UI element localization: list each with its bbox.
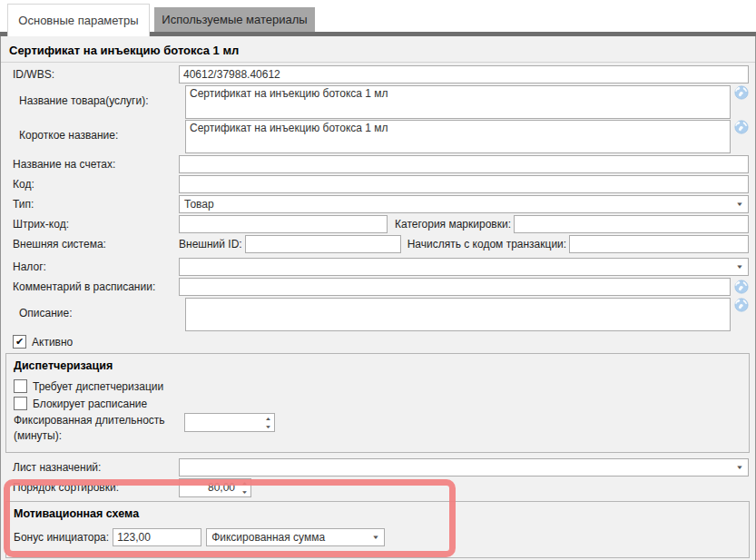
row-type: Тип: Товар ▼	[1, 195, 749, 213]
marking-category-label: Категория маркировки:	[395, 218, 511, 231]
assignment-sheet-label: Лист назначений:	[1, 461, 179, 474]
row-id-wbs: ID/WBS:	[1, 65, 749, 84]
tab-bar: Основные параметры Используемые материал…	[0, 0, 756, 36]
spin-down-icon[interactable]: ▼	[259, 423, 278, 432]
initiator-bonus-input[interactable]	[113, 528, 201, 546]
assignment-sheet-dropdown[interactable]: ▼	[179, 458, 749, 476]
row-requires-dispatch: Требует диспетчеризации	[6, 379, 749, 393]
code-label: Код:	[1, 178, 179, 191]
row-short-name: Короткое название: Сертификат на инъекци…	[7, 120, 749, 153]
schedule-comment-input[interactable]	[179, 278, 731, 296]
type-label: Тип:	[1, 198, 179, 211]
schedule-comment-label: Комментарий в расписании:	[1, 280, 179, 293]
type-dropdown-value: Товар	[184, 198, 214, 211]
chevron-down-icon: ▼	[736, 464, 744, 469]
globe-icon[interactable]	[734, 120, 749, 134]
scheme-type-dropdown[interactable]: Фиксированная сумма ▼	[206, 528, 385, 546]
chevron-down-icon: ▼	[372, 534, 380, 539]
short-name-label: Короткое название:	[7, 120, 185, 142]
requires-dispatch-checkbox[interactable]	[14, 379, 27, 393]
product-name-textarea[interactable]: Сертификат на инъекцию ботокса 1 мл	[185, 85, 731, 119]
page-title: Сертификат на инъекцию ботокса 1 мл	[1, 36, 755, 63]
barcode-label: Штрих-код:	[1, 218, 179, 231]
blocks-schedule-checkbox[interactable]	[14, 397, 27, 410]
barcode-input[interactable]	[179, 215, 388, 233]
row-tax: Налог: ▼	[1, 258, 749, 276]
row-external-system: Внешняя система: Внешний ID: Начислять с…	[1, 235, 749, 253]
motivation-groupbox: Мотивационная схема Бонус инициатора: Фи…	[5, 501, 750, 558]
row-barcode: Штрих-код: Категория маркировки:	[1, 215, 749, 233]
transaction-code-input[interactable]	[569, 235, 749, 253]
external-id-input[interactable]	[245, 235, 401, 253]
code-input[interactable]	[179, 175, 749, 193]
id-wbs-label: ID/WBS:	[1, 68, 179, 81]
row-blocks-schedule: Блокирует расписание	[6, 397, 749, 410]
tax-label: Налог:	[1, 260, 179, 273]
stepper-buttons: ▲ ▼	[262, 414, 274, 431]
short-name-textarea[interactable]: Сертификат на инъекцию ботокса 1 мл	[185, 120, 731, 153]
row-schedule-comment: Комментарий в расписании:	[1, 278, 749, 296]
globe-icon[interactable]	[734, 85, 749, 100]
fixed-duration-label: Фиксированная длительность (минуты):	[14, 413, 184, 444]
stepper-buttons: ▲ ▼	[239, 479, 250, 496]
transaction-code-label: Начислять с кодом транзакции:	[407, 238, 567, 251]
requires-dispatch-label: Требует диспетчеризации	[33, 380, 163, 393]
chevron-down-icon: ▼	[736, 201, 744, 207]
active-checkbox[interactable]: ✔	[13, 335, 26, 349]
row-account-name: Название на счетах:	[1, 155, 749, 173]
tax-dropdown[interactable]: ▼	[179, 258, 749, 276]
description-label: Описание:	[7, 298, 185, 319]
dispatch-groupbox: Диспетчеризация Требует диспетчеризации …	[5, 353, 750, 453]
external-system-label: Внешняя система:	[1, 238, 179, 251]
tab-used-materials[interactable]: Используемые материалы	[154, 7, 315, 32]
row-description: Описание:	[7, 298, 749, 331]
active-label: Активно	[32, 336, 73, 349]
row-sort-order: Порядок сортировки: ▲ ▼	[1, 478, 749, 497]
chevron-down-icon: ▼	[736, 264, 744, 270]
tab-used-materials-label: Используемые материалы	[162, 13, 307, 26]
row-assignment-sheet: Лист назначений: ▼	[1, 458, 749, 476]
globe-icon[interactable]	[734, 280, 749, 294]
spin-up-icon[interactable]: ▲	[259, 414, 278, 423]
description-textarea[interactable]	[185, 298, 731, 331]
product-name-label: Название товара(услуги):	[7, 85, 185, 107]
tab-main-parameters[interactable]: Основные параметры	[7, 4, 150, 36]
sort-order-input[interactable]	[180, 479, 239, 496]
blocks-schedule-label: Блокирует расписание	[33, 398, 147, 410]
spin-down-icon[interactable]: ▼	[235, 487, 254, 496]
account-name-input[interactable]	[179, 155, 749, 173]
motivation-group-title: Мотивационная схема	[6, 505, 749, 524]
row-code: Код:	[1, 175, 749, 193]
tab-main-parameters-label: Основные параметры	[18, 14, 138, 27]
marking-category-input[interactable]	[514, 215, 749, 233]
fixed-duration-input[interactable]	[185, 414, 262, 431]
initiator-bonus-label: Бонус инициатора:	[14, 531, 109, 544]
globe-icon[interactable]	[734, 298, 749, 312]
account-name-label: Название на счетах:	[1, 158, 179, 171]
spin-up-icon[interactable]: ▲	[235, 479, 254, 488]
row-fixed-duration: Фиксированная длительность (минуты): ▲ ▼	[6, 413, 749, 444]
sort-order-label: Порядок сортировки:	[1, 481, 179, 494]
id-wbs-input[interactable]	[179, 65, 749, 84]
row-product-name: Название товара(услуги): Сертификат на и…	[7, 85, 749, 119]
fixed-duration-stepper[interactable]: ▲ ▼	[184, 413, 275, 432]
row-initiator-bonus: Бонус инициатора: Фиксированная сумма ▼	[6, 528, 749, 546]
dispatch-group-title: Диспетчеризация	[6, 357, 749, 376]
external-id-label: Внешний ID:	[179, 238, 242, 251]
row-active: ✔ Активно	[1, 335, 755, 349]
type-dropdown[interactable]: Товар ▼	[179, 195, 749, 213]
sort-order-stepper[interactable]: ▲ ▼	[179, 478, 251, 497]
scheme-type-value: Фиксированная сумма	[211, 531, 325, 544]
checkmark-icon: ✔	[15, 337, 24, 347]
main-panel: Сертификат на инъекцию ботокса 1 мл ID/W…	[0, 36, 756, 560]
